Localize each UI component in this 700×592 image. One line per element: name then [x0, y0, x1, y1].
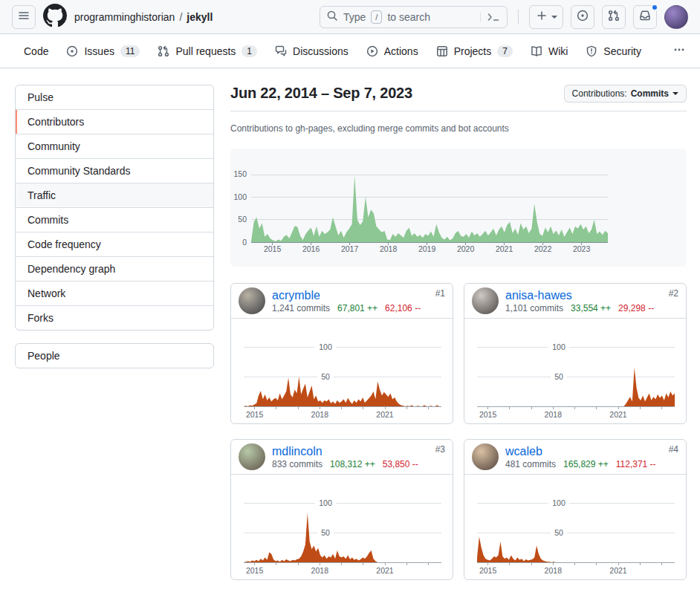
user-avatar[interactable] [664, 5, 688, 29]
svg-text:100: 100 [319, 342, 332, 351]
svg-text:2018: 2018 [380, 244, 398, 253]
svg-text:100: 100 [319, 498, 332, 507]
contributor-avatar[interactable] [239, 443, 265, 470]
sidebar-item-network[interactable]: Network [16, 281, 213, 305]
contributor-chart: 50100201520182021 [464, 319, 686, 423]
svg-text:2021: 2021 [609, 410, 627, 419]
github-logo[interactable] [43, 5, 67, 29]
tab-code[interactable]: Code [10, 41, 56, 62]
pull-requests-dashboard-button[interactable] [602, 5, 626, 29]
svg-text:2018: 2018 [545, 566, 563, 575]
additions-count: 108,312 ++ [330, 459, 375, 469]
contributor-name-link[interactable]: mdlincoln [272, 445, 418, 458]
deletions-count: 112,371 -- [616, 459, 656, 469]
sidebar-item-community[interactable]: Community [16, 134, 213, 158]
svg-text:2019: 2019 [418, 244, 436, 253]
svg-text:100: 100 [552, 498, 565, 507]
tab-issues[interactable]: Issues 11 [59, 41, 147, 62]
contributor-chart: 50100201520182021 [464, 475, 686, 579]
contributor-avatar[interactable] [472, 443, 499, 470]
breadcrumb-repo-link[interactable]: jekyll [187, 11, 213, 23]
tab-label: Security [603, 45, 641, 57]
deletions-count: 53,850 -- [383, 459, 418, 469]
play-icon [366, 45, 378, 57]
contributor-card: acrymble 1,241 commits 67,801 ++ 62,106 … [230, 283, 453, 424]
contributions-filter-value: Commits [631, 88, 669, 99]
kebab-horizontal-icon [673, 44, 685, 58]
tab-discussions[interactable]: Discussions [268, 41, 356, 62]
tab-pull-requests[interactable]: Pull requests 1 [150, 41, 265, 62]
svg-text:50: 50 [238, 215, 247, 224]
contributor-name-link[interactable]: acrymble [272, 289, 421, 302]
sidebar-item-people[interactable]: People [16, 344, 213, 368]
contributor-name-link[interactable]: anisa-hawes [505, 289, 654, 302]
hamburger-icon [18, 10, 30, 24]
svg-text:2015: 2015 [479, 410, 497, 419]
hamburger-menu-button[interactable] [12, 5, 36, 29]
inbox-icon [639, 10, 651, 24]
contributor-name-link[interactable]: wcaleb [505, 445, 656, 458]
tab-wiki[interactable]: Wiki [523, 41, 575, 62]
tab-actions[interactable]: Actions [359, 41, 426, 62]
additions-count: 67,801 ++ [337, 303, 377, 313]
sidebar-item-code-frequency[interactable]: Code frequency [16, 232, 213, 256]
svg-text:50: 50 [321, 372, 330, 381]
title-divider [230, 111, 687, 111]
header-divider [518, 10, 519, 25]
caret-down-icon [551, 16, 557, 19]
shield-icon [586, 45, 597, 57]
commits-count: 833 commits [272, 459, 323, 469]
tab-counter: 7 [497, 45, 513, 57]
contributor-avatar[interactable] [472, 287, 499, 314]
svg-text:2018: 2018 [545, 410, 563, 419]
commits-count: 1,101 commits [505, 303, 563, 313]
issues-dashboard-button[interactable] [571, 5, 594, 29]
sidebar-item-traffic[interactable]: Traffic [16, 183, 213, 207]
sidebar-item-pulse[interactable]: Pulse [16, 85, 213, 109]
sidebar-item-community-standards[interactable]: Community Standards [16, 158, 213, 183]
svg-text:50: 50 [554, 528, 563, 537]
sidebar-item-contributors[interactable]: Contributors [16, 109, 213, 134]
tab-label: Projects [454, 45, 492, 57]
issue-opened-icon [66, 45, 78, 57]
plus-icon [536, 10, 548, 24]
tab-security[interactable]: Security [578, 41, 649, 62]
svg-text:2021: 2021 [376, 410, 394, 419]
svg-text:150: 150 [233, 169, 247, 178]
sidebar-item-dependency-graph[interactable]: Dependency graph [16, 256, 213, 281]
contributor-card: wcaleb 481 commits 165,829 ++ 112,371 --… [464, 439, 687, 580]
tab-label: Wiki [548, 45, 568, 57]
sidebar-item-forks[interactable]: Forks [16, 305, 213, 330]
svg-text:2020: 2020 [457, 244, 475, 253]
tab-projects[interactable]: Projects 7 [429, 41, 520, 62]
global-header: programminghistorian / jekyll Type / to … [0, 0, 700, 34]
notifications-inbox-button[interactable] [633, 5, 657, 29]
contributor-card: mdlincoln 833 commits 108,312 ++ 53,850 … [230, 439, 453, 580]
repo-tab-nav: Code Issues 11 Pull requests 1 Discussio… [0, 34, 700, 68]
breadcrumb-separator: / [179, 11, 182, 23]
search-placeholder-prefix: Type [343, 11, 366, 23]
rank-badge: #1 [435, 288, 445, 299]
svg-text:2017: 2017 [341, 244, 359, 253]
tab-label: Actions [384, 45, 418, 57]
search-input[interactable]: Type / to search [320, 6, 508, 28]
contributor-avatar[interactable] [239, 287, 265, 314]
rank-badge: #2 [669, 288, 678, 299]
tab-label: Pull requests [175, 45, 236, 57]
tab-label: Code [24, 45, 48, 57]
svg-text:50: 50 [554, 372, 563, 381]
insights-menu: PulseContributorsCommunityCommunity Stan… [15, 85, 214, 331]
breadcrumb-owner-link[interactable]: programminghistorian [74, 11, 175, 23]
svg-text:2021: 2021 [496, 244, 513, 253]
rank-badge: #4 [669, 444, 678, 455]
create-new-button[interactable] [529, 5, 563, 29]
nav-overflow-button[interactable] [667, 39, 691, 63]
contributions-filter-button[interactable]: Contributions: Commits [564, 85, 687, 103]
svg-text:2015: 2015 [264, 244, 282, 253]
contributor-cards-grid: acrymble 1,241 commits 67,801 ++ 62,106 … [230, 283, 687, 580]
commits-count: 481 commits [505, 459, 556, 469]
sidebar-item-commits[interactable]: Commits [16, 207, 213, 232]
contributions-graph[interactable]: 0501001502015201620172018201920202021202… [230, 149, 687, 267]
issues-icon [577, 10, 589, 24]
command-palette-icon[interactable] [480, 12, 501, 22]
